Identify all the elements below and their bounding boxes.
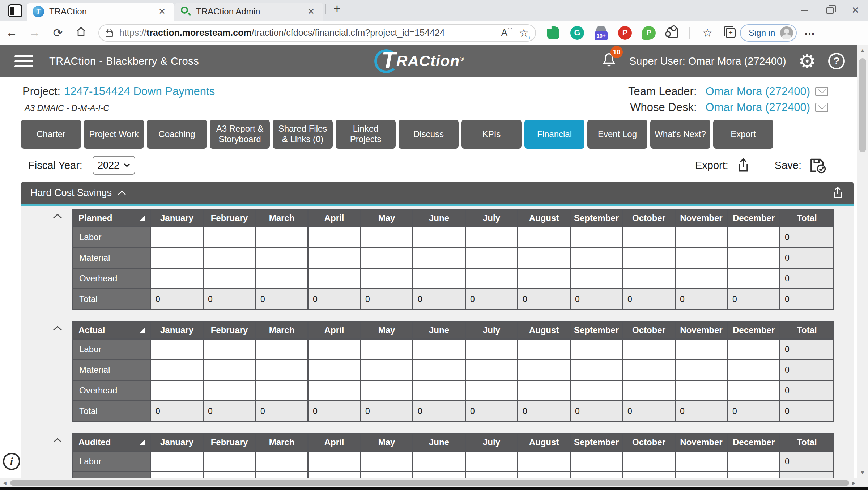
month-cell[interactable] bbox=[256, 360, 307, 380]
address-bar[interactable]: https://traction.moresteam.com/traction/… bbox=[98, 24, 536, 42]
table-collapse-caret-icon[interactable] bbox=[52, 437, 63, 445]
month-cell[interactable] bbox=[518, 248, 570, 268]
settings-gear-icon[interactable]: ⚙ bbox=[799, 51, 816, 71]
tab-event-log[interactable]: Event Log bbox=[587, 120, 647, 149]
month-cell[interactable] bbox=[151, 381, 203, 400]
extension-badge-icon[interactable]: 10+ bbox=[594, 26, 608, 40]
month-cell[interactable] bbox=[256, 227, 307, 247]
collections-icon[interactable]: + bbox=[723, 26, 738, 40]
month-cell[interactable] bbox=[623, 381, 675, 400]
month-cell[interactable] bbox=[466, 452, 517, 471]
month-cell[interactable] bbox=[466, 360, 517, 380]
close-button[interactable]: ✕ bbox=[843, 0, 868, 21]
home-icon[interactable] bbox=[69, 26, 93, 40]
favorites-bar-icon[interactable]: ☆ bbox=[699, 26, 714, 40]
month-cell[interactable] bbox=[309, 381, 360, 400]
month-cell[interactable] bbox=[361, 381, 412, 400]
vertical-scrollbar-thumb[interactable] bbox=[859, 58, 866, 152]
scroll-up-icon[interactable]: ▲ bbox=[857, 45, 868, 56]
month-cell[interactable] bbox=[466, 381, 517, 400]
month-cell[interactable] bbox=[676, 248, 727, 268]
month-cell[interactable] bbox=[361, 248, 412, 268]
month-cell[interactable] bbox=[151, 360, 203, 380]
month-cell[interactable] bbox=[728, 227, 779, 247]
month-cell[interactable] bbox=[466, 340, 517, 359]
month-cell[interactable] bbox=[676, 269, 727, 288]
close-tab-icon[interactable]: ✕ bbox=[156, 6, 168, 17]
email-icon[interactable] bbox=[815, 103, 828, 112]
month-cell[interactable] bbox=[256, 452, 307, 471]
month-cell[interactable] bbox=[623, 269, 675, 288]
tab-export[interactable]: Export bbox=[713, 120, 773, 149]
month-cell[interactable] bbox=[728, 248, 779, 268]
month-cell[interactable] bbox=[151, 227, 203, 247]
tab-shared-files-links-0[interactable]: Shared Files & Links (0) bbox=[273, 120, 333, 149]
month-cell[interactable] bbox=[413, 452, 465, 471]
table-sort-header[interactable]: Audited bbox=[73, 434, 150, 451]
tab-actions-menu-icon[interactable] bbox=[8, 4, 22, 17]
sign-in-button[interactable]: Sign in bbox=[740, 24, 797, 42]
vertical-scrollbar[interactable]: ▲ ▼ bbox=[857, 45, 868, 478]
month-cell[interactable] bbox=[676, 340, 727, 359]
month-cell[interactable] bbox=[204, 269, 255, 288]
table-sort-header[interactable]: Actual bbox=[73, 322, 150, 338]
month-cell[interactable] bbox=[623, 452, 675, 471]
month-cell[interactable] bbox=[466, 269, 517, 288]
month-cell[interactable] bbox=[413, 360, 465, 380]
month-cell[interactable] bbox=[623, 248, 675, 268]
tab-discuss[interactable]: Discuss bbox=[399, 120, 459, 149]
export-icon[interactable] bbox=[736, 157, 751, 173]
month-cell[interactable] bbox=[309, 360, 360, 380]
section-export-icon[interactable] bbox=[831, 186, 844, 200]
table-collapse-caret-icon[interactable] bbox=[52, 213, 63, 221]
month-cell[interactable] bbox=[466, 227, 517, 247]
month-cell[interactable] bbox=[623, 340, 675, 359]
month-cell[interactable] bbox=[623, 227, 675, 247]
back-icon[interactable]: ← bbox=[0, 26, 23, 39]
restore-button[interactable] bbox=[817, 0, 843, 21]
month-cell[interactable] bbox=[204, 381, 255, 400]
month-cell[interactable] bbox=[204, 360, 255, 380]
month-cell[interactable] bbox=[728, 269, 779, 288]
project-link[interactable]: 1247-154424 Down Payments bbox=[64, 85, 215, 98]
month-cell[interactable] bbox=[204, 340, 255, 359]
browser-tab-traction[interactable]: T TRACtion ✕ bbox=[27, 3, 174, 21]
month-cell[interactable] bbox=[571, 340, 622, 359]
month-cell[interactable] bbox=[571, 248, 622, 268]
evernote-extension-icon[interactable] bbox=[546, 26, 561, 40]
month-cell[interactable] bbox=[413, 227, 465, 247]
hamburger-menu-icon[interactable] bbox=[14, 55, 33, 67]
month-cell[interactable] bbox=[728, 340, 779, 359]
month-cell[interactable] bbox=[728, 381, 779, 400]
month-cell[interactable] bbox=[361, 340, 412, 359]
table-sort-header[interactable]: Planned bbox=[73, 210, 150, 226]
month-cell[interactable] bbox=[571, 227, 622, 247]
new-tab-button[interactable]: + bbox=[330, 1, 344, 16]
month-cell[interactable] bbox=[571, 360, 622, 380]
month-cell[interactable] bbox=[204, 227, 255, 247]
tab-financial[interactable]: Financial bbox=[524, 120, 584, 149]
notifications-bell-icon[interactable]: 10 bbox=[601, 52, 617, 71]
month-cell[interactable] bbox=[676, 360, 727, 380]
collapse-chevron-icon[interactable] bbox=[117, 190, 127, 196]
month-cell[interactable] bbox=[151, 452, 203, 471]
month-cell[interactable] bbox=[518, 269, 570, 288]
month-cell[interactable] bbox=[256, 269, 307, 288]
month-cell[interactable] bbox=[256, 340, 307, 359]
tab-kpis[interactable]: KPIs bbox=[461, 120, 522, 149]
month-cell[interactable] bbox=[204, 248, 255, 268]
green-pin-extension-icon[interactable]: P bbox=[642, 26, 656, 40]
browser-tab-traction-admin[interactable]: TRACtion Admin ✕ bbox=[174, 3, 323, 21]
fiscal-year-select[interactable]: 2022 bbox=[93, 156, 135, 175]
month-cell[interactable] bbox=[518, 381, 570, 400]
month-cell[interactable] bbox=[518, 340, 570, 359]
grammarly-extension-icon[interactable]: G bbox=[570, 26, 584, 40]
add-favorite-icon[interactable]: ☆+ bbox=[519, 26, 529, 39]
tab-what-s-next[interactable]: What's Next? bbox=[650, 120, 710, 149]
month-cell[interactable] bbox=[361, 269, 412, 288]
month-cell[interactable] bbox=[309, 452, 360, 471]
help-icon[interactable]: ? bbox=[828, 53, 845, 69]
save-icon[interactable] bbox=[809, 157, 827, 174]
close-tab-icon[interactable]: ✕ bbox=[305, 6, 317, 17]
month-cell[interactable] bbox=[728, 360, 779, 380]
